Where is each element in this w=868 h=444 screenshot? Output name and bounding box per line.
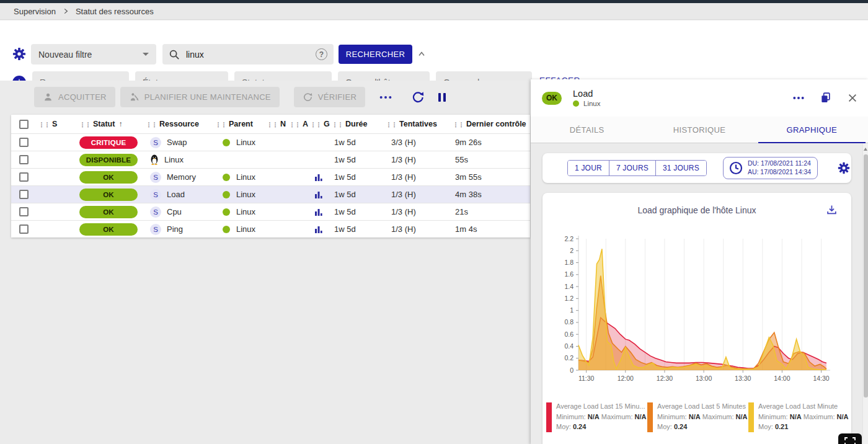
resource-name[interactable]: Linux <box>164 155 184 164</box>
legend-item[interactable]: Average Load Last 15 Minu...Minimum: N/A… <box>546 401 647 432</box>
pause-icon[interactable] <box>437 92 447 103</box>
parent-status-dot <box>223 208 230 216</box>
row-checkbox-cell <box>11 207 38 216</box>
status-pill: OK <box>79 206 138 218</box>
legend-item[interactable]: Average Load Last 5 MinutesMinimum: N/A … <box>647 401 748 432</box>
resource-cell[interactable]: SCpu <box>146 206 215 218</box>
table-row-cpu[interactable]: OKSCpuLinux1w 5d1/3 (H)21s <box>11 203 530 220</box>
drag-handle-icon[interactable]: ⋮⋮ <box>79 121 91 127</box>
drag-handle-icon[interactable]: ⋮⋮ <box>215 121 226 127</box>
tab-historique[interactable]: HISTORIQUE <box>643 117 755 143</box>
row-checkbox[interactable] <box>19 190 29 199</box>
search-input[interactable] <box>186 50 316 60</box>
scrollbar-thumb[interactable] <box>864 154 868 397</box>
drag-handle-icon[interactable]: ⋮⋮ <box>267 121 278 127</box>
drag-handle-icon[interactable]: ⋮⋮ <box>453 121 464 127</box>
drag-handle-icon[interactable]: ⋮⋮ <box>289 121 300 127</box>
graph-icon[interactable] <box>314 190 323 199</box>
custom-period-picker[interactable]: DU: 17/08/2021 11:24 AU: 17/08/2021 14:3… <box>723 157 818 179</box>
saved-filter-select[interactable]: Nouveau filtre <box>31 44 156 64</box>
resource-name[interactable]: Memory <box>167 172 196 182</box>
set-downtime-button[interactable]: PLANIFIER UNE MAINTENANCE <box>120 87 280 107</box>
load-chart[interactable]: 00.20.40.60.811.21.41.61.822.211:3012:00… <box>550 233 843 395</box>
column-header-ressource[interactable]: ⋮⋮Ressource <box>146 120 215 128</box>
column-header-a[interactable]: ⋮⋮A <box>289 120 310 128</box>
filter-settings-gear-icon[interactable] <box>12 47 26 61</box>
acknowledge-button[interactable]: ACQUITTER <box>34 87 115 107</box>
resource-name[interactable]: Swap <box>167 138 187 147</box>
resource-cell[interactable]: SPing <box>146 224 215 235</box>
row-checkbox[interactable] <box>19 138 29 147</box>
column-header-s[interactable]: ⋮⋮S <box>38 120 79 128</box>
tab-détails[interactable]: DÉTAILS <box>531 117 643 143</box>
copy-link-icon[interactable] <box>820 92 832 104</box>
parent-name[interactable]: Linux <box>236 224 255 234</box>
column-header-n[interactable]: ⋮⋮N <box>267 120 289 128</box>
panel-subtitle[interactable]: Linux <box>583 100 601 107</box>
table-row-ping[interactable]: OKSPingLinux1w 5d1/3 (H)1m 4s <box>11 220 530 238</box>
parent-cell[interactable]: Linux <box>215 138 267 147</box>
search-button[interactable]: RECHERCHER <box>339 45 412 64</box>
drag-handle-icon[interactable]: ⋮⋮ <box>332 121 343 127</box>
column-header-statut[interactable]: ⋮⋮Statut↑ <box>79 120 146 128</box>
check-button[interactable]: VÉRIFIER <box>294 87 365 107</box>
column-header-parent[interactable]: ⋮⋮Parent <box>215 120 267 128</box>
graph-settings-gear-icon[interactable] <box>838 162 850 174</box>
resource-cell[interactable]: SSwap <box>146 137 215 148</box>
drag-handle-icon[interactable]: ⋮⋮ <box>386 121 397 127</box>
time-range-button-1-jour[interactable]: 1 JOUR <box>568 161 609 175</box>
parent-cell[interactable]: Linux <box>215 207 267 216</box>
search-help-icon[interactable]: ? <box>316 48 327 60</box>
table-row-swap[interactable]: CRITIQUESSwapLinux1w 5d3/3 (H)9m 26s <box>11 133 530 151</box>
table-row-memory[interactable]: OKSMemoryLinux1w 5d1/3 (H)3m 55s <box>11 168 530 185</box>
select-all-checkbox[interactable] <box>19 120 29 129</box>
tab-graphique[interactable]: GRAPHIQUE <box>756 117 868 143</box>
column-header-tentatives[interactable]: ⋮⋮Tentatives <box>386 120 453 128</box>
legend-item[interactable]: Average Load Last MinuteMinimum: N/A Max… <box>748 401 849 432</box>
column-header-dernier-contr-le[interactable]: ⋮⋮Dernier contrôle <box>453 120 530 128</box>
graph-icon[interactable] <box>314 208 323 216</box>
drag-handle-icon[interactable]: ⋮⋮ <box>310 121 321 127</box>
sort-asc-icon[interactable]: ↑ <box>118 120 122 128</box>
column-label: Parent <box>229 120 253 128</box>
refresh-icon[interactable] <box>411 91 425 104</box>
panel-scrollbar[interactable] <box>862 143 868 444</box>
export-download-icon[interactable] <box>826 204 838 216</box>
collapse-filters-chevron-icon[interactable] <box>417 49 427 59</box>
column-header-dur-e[interactable]: ⋮⋮Durée <box>332 120 386 128</box>
resource-name[interactable]: Cpu <box>167 207 182 216</box>
more-actions-icon[interactable] <box>379 95 392 100</box>
row-checkbox[interactable] <box>19 224 29 234</box>
drag-handle-icon[interactable]: ⋮⋮ <box>38 121 50 127</box>
time-range-button-7-jours[interactable]: 7 JOURS <box>609 161 655 175</box>
row-checkbox[interactable] <box>19 172 29 182</box>
breadcrumb-supervision[interactable]: Supervision <box>14 7 56 16</box>
person-icon <box>43 92 53 102</box>
parent-cell[interactable]: Linux <box>215 172 267 182</box>
row-checkbox[interactable] <box>19 155 29 164</box>
time-range-button-31-jours[interactable]: 31 JOURS <box>655 161 706 175</box>
column-header-g[interactable]: ⋮⋮G <box>310 120 332 128</box>
table-row-linux[interactable]: DISPONIBLELinux1w 5d1/3 (H)55s <box>11 151 530 168</box>
graph-icon[interactable] <box>314 225 323 234</box>
row-checkbox[interactable] <box>19 207 29 216</box>
fullscreen-button[interactable] <box>838 433 862 444</box>
close-icon[interactable] <box>847 92 858 104</box>
parent-cell[interactable]: Linux <box>215 190 267 199</box>
resource-name[interactable]: Load <box>167 190 185 199</box>
scroll-up-arrow-icon[interactable] <box>864 148 867 151</box>
table-row-load[interactable]: OKSLoadLinux1w 5d1/3 (H)4m 38s <box>11 185 530 203</box>
parent-name[interactable]: Linux <box>236 172 255 182</box>
parent-name[interactable]: Linux <box>236 138 255 147</box>
parent-name[interactable]: Linux <box>236 207 255 216</box>
resource-cell[interactable]: SLoad <box>146 189 215 200</box>
resource-cell[interactable]: SMemory <box>146 172 215 183</box>
search-box[interactable]: ? <box>162 44 334 64</box>
resource-cell[interactable]: Linux <box>146 154 215 165</box>
panel-more-icon[interactable] <box>792 95 805 100</box>
graph-icon[interactable] <box>314 173 323 182</box>
parent-name[interactable]: Linux <box>236 190 255 199</box>
resource-name[interactable]: Ping <box>167 224 183 234</box>
drag-handle-icon[interactable]: ⋮⋮ <box>146 121 157 127</box>
parent-cell[interactable]: Linux <box>215 224 267 234</box>
